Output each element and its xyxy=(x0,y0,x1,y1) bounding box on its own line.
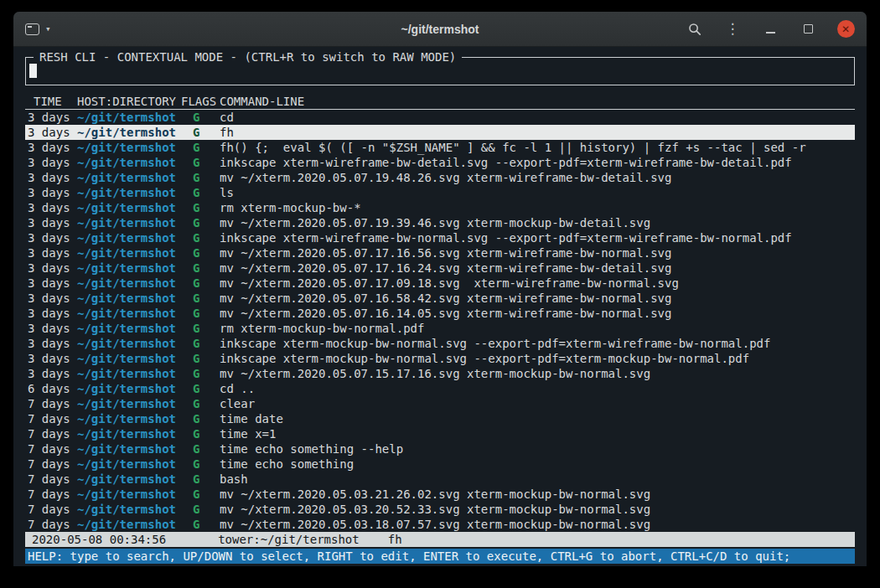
history-row[interactable]: 3 days ~/git/termshot G rm xterm-mockup-… xyxy=(25,321,855,336)
minimize-icon xyxy=(766,24,775,34)
history-row[interactable]: 3 days ~/git/termshot G cd xyxy=(25,110,855,125)
row-flag: G xyxy=(181,381,220,396)
tab-dropdown-caret-icon[interactable]: ▾ xyxy=(45,24,51,34)
header-flags: FLAGS xyxy=(181,94,220,109)
history-row[interactable]: 3 days ~/git/termshot G fh xyxy=(25,125,855,140)
history-row[interactable]: 3 days ~/git/termshot G rm xterm-mockup-… xyxy=(25,200,855,215)
row-command: inkscape xterm-mockup-bw-normal.svg --ex… xyxy=(220,336,855,351)
menu-button[interactable]: ⋮ xyxy=(723,20,742,39)
history-row[interactable]: 3 days ~/git/termshot G fh() {; eval $( … xyxy=(25,140,855,155)
row-host: ~/git/termshot xyxy=(77,260,181,276)
row-time: 3 days xyxy=(25,366,77,381)
history-row[interactable]: 7 days ~/git/termshot G bash xyxy=(25,472,855,487)
row-host: ~/git/termshot xyxy=(77,155,181,170)
row-command: fh() {; eval $( ([ -n "$ZSH_NAME" ] && f… xyxy=(220,140,855,155)
search-query-box[interactable]: RESH CLI - CONTEXTUAL MODE - (CTRL+R to … xyxy=(25,57,855,85)
history-row[interactable]: 6 days ~/git/termshot G cd .. xyxy=(25,381,855,396)
row-command: time echo something --help xyxy=(220,441,855,456)
history-row[interactable]: 7 days ~/git/termshot G clear xyxy=(25,396,855,411)
row-command: mv ~/xterm.2020.05.07.19.48.26.svg xterm… xyxy=(220,170,855,185)
row-time: 3 days xyxy=(25,155,77,170)
row-host: ~/git/termshot xyxy=(77,110,181,125)
history-row[interactable]: 7 days ~/git/termshot G mv ~/xterm.2020.… xyxy=(25,502,855,517)
row-time: 7 days xyxy=(25,502,77,517)
row-host: ~/git/termshot xyxy=(77,170,181,185)
history-row[interactable]: 3 days ~/git/termshot G mv ~/xterm.2020.… xyxy=(25,260,855,276)
history-row[interactable]: 3 days ~/git/termshot G mv ~/xterm.2020.… xyxy=(25,276,855,291)
window-title: ~/git/termshot xyxy=(401,23,479,36)
new-tab-icon[interactable] xyxy=(25,23,39,35)
row-host: ~/git/termshot xyxy=(77,276,181,291)
row-command: mv ~/xterm.2020.05.07.17.09.18.svg xterm… xyxy=(220,276,855,291)
row-time: 6 days xyxy=(25,381,77,396)
row-time: 7 days xyxy=(25,472,77,487)
row-flag: G xyxy=(181,260,220,276)
history-row[interactable]: 7 days ~/git/termshot G mv ~/xterm.2020.… xyxy=(25,517,855,532)
row-flag: G xyxy=(181,140,220,155)
row-host: ~/git/termshot xyxy=(77,381,181,396)
row-host: ~/git/termshot xyxy=(77,336,181,351)
row-command: inkscape xterm-wireframe-bw-normal.svg -… xyxy=(220,230,855,245)
search-button[interactable] xyxy=(686,20,704,39)
row-host: ~/git/termshot xyxy=(77,200,181,215)
text-cursor xyxy=(29,64,37,78)
row-flag: G xyxy=(181,487,220,502)
restore-button[interactable] xyxy=(799,20,817,39)
row-time: 7 days xyxy=(25,487,77,502)
row-flag: G xyxy=(181,411,220,426)
row-command: mv ~/xterm.2020.05.07.19.39.46.svg xterm… xyxy=(220,215,855,230)
row-command: mv ~/xterm.2020.05.07.17.16.56.svg xterm… xyxy=(220,245,855,260)
row-command: rm xterm-mockup-bw-* xyxy=(220,200,855,215)
history-row[interactable]: 7 days ~/git/termshot G time echo someth… xyxy=(25,441,855,456)
close-button[interactable]: ✕ xyxy=(836,20,855,39)
header-host: HOST:DIRECTORY xyxy=(77,94,181,109)
row-time: 7 days xyxy=(25,441,77,456)
row-host: ~/git/termshot xyxy=(77,441,181,456)
row-command: inkscape xterm-mockup-bw-normal.svg --ex… xyxy=(220,351,855,366)
row-host: ~/git/termshot xyxy=(77,426,181,441)
titlebar[interactable]: ▾ ~/git/termshot ⋮ ✕ xyxy=(13,12,867,47)
row-time: 3 days xyxy=(25,200,77,215)
history-row[interactable]: 7 days ~/git/termshot G time date xyxy=(25,411,855,426)
minimize-button[interactable] xyxy=(761,20,779,39)
history-row[interactable]: 3 days ~/git/termshot G inkscape xterm-w… xyxy=(25,155,855,170)
row-time: 3 days xyxy=(25,321,77,336)
history-row[interactable]: 3 days ~/git/termshot G inkscape xterm-w… xyxy=(25,230,855,245)
history-row[interactable]: 7 days ~/git/termshot G mv ~/xterm.2020.… xyxy=(25,487,855,502)
history-row[interactable]: 3 days ~/git/termshot G mv ~/xterm.2020.… xyxy=(25,366,855,381)
status-bar: 2020-05-08 00:34:56 tower:~/git/termshot… xyxy=(25,532,855,547)
row-host: ~/git/termshot xyxy=(77,502,181,517)
history-row[interactable]: 7 days ~/git/termshot G time x=1 xyxy=(25,426,855,441)
history-row[interactable]: 3 days ~/git/termshot G mv ~/xterm.2020.… xyxy=(25,306,855,321)
history-row[interactable]: 3 days ~/git/termshot G inkscape xterm-m… xyxy=(25,336,855,351)
row-command: cd xyxy=(220,110,855,125)
history-row[interactable]: 3 days ~/git/termshot G mv ~/xterm.2020.… xyxy=(25,291,855,306)
history-header: TIME HOST:DIRECTORY FLAGS COMMAND-LINE xyxy=(25,94,855,110)
row-host: ~/git/termshot xyxy=(77,487,181,502)
row-command: ls xyxy=(220,185,855,200)
history-row[interactable]: 3 days ~/git/termshot G inkscape xterm-m… xyxy=(25,351,855,366)
row-flag: G xyxy=(181,245,220,260)
row-command: mv ~/xterm.2020.05.03.21.26.02.svg xterm… xyxy=(220,487,855,502)
history-row[interactable]: 7 days ~/git/termshot G time echo someth… xyxy=(25,456,855,472)
history-row[interactable]: 3 days ~/git/termshot G mv ~/xterm.2020.… xyxy=(25,245,855,260)
history-row[interactable]: 3 days ~/git/termshot G mv ~/xterm.2020.… xyxy=(25,215,855,230)
history-row[interactable]: 3 days ~/git/termshot G ls xyxy=(25,185,855,200)
row-command: inkscape xterm-wireframe-bw-detail.svg -… xyxy=(220,155,855,170)
row-flag: G xyxy=(181,155,220,170)
row-flag: G xyxy=(181,321,220,336)
history-row[interactable]: 3 days ~/git/termshot G mv ~/xterm.2020.… xyxy=(25,170,855,185)
row-time: 7 days xyxy=(25,426,77,441)
row-flag: G xyxy=(181,456,220,472)
row-flag: G xyxy=(181,366,220,381)
row-time: 3 days xyxy=(25,306,77,321)
row-command: time x=1 xyxy=(220,426,855,441)
row-time: 3 days xyxy=(25,230,77,245)
status-location: tower:~/git/termshot xyxy=(218,532,360,547)
titlebar-left-group: ▾ xyxy=(25,23,51,35)
row-time: 7 days xyxy=(25,396,77,411)
header-command: COMMAND-LINE xyxy=(220,94,855,109)
row-flag: G xyxy=(181,125,220,140)
terminal-window: ▾ ~/git/termshot ⋮ ✕ RESH CLI - CONTEXTU… xyxy=(13,12,867,566)
row-time: 3 days xyxy=(25,245,77,260)
